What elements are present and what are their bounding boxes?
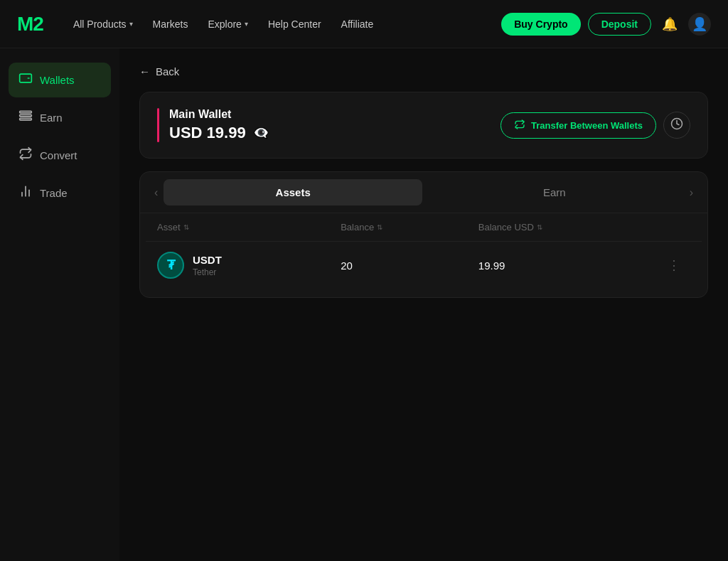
earn-icon: [18, 109, 33, 127]
asset-symbol: USDT: [193, 254, 222, 266]
tab-prev-button[interactable]: ‹: [149, 183, 164, 202]
svg-rect-1: [20, 111, 32, 113]
history-button[interactable]: [663, 112, 690, 139]
tab-assets[interactable]: Assets: [164, 179, 422, 205]
nav-markets[interactable]: Markets: [146, 14, 196, 34]
clock-icon: [670, 117, 683, 133]
svg-rect-2: [20, 114, 32, 117]
asset-logo-usdt: ₮: [157, 252, 184, 279]
svg-rect-3: [20, 118, 32, 120]
nav-all-products[interactable]: All Products ▾: [66, 14, 140, 34]
wallet-balance: USD 19.99 👁‍🗨: [169, 124, 269, 142]
sidebar-earn-label: Earn: [40, 112, 63, 124]
sidebar-item-earn[interactable]: Earn: [9, 100, 111, 135]
wallet-card: Main Wallet USD 19.99 👁‍🗨: [139, 92, 708, 159]
asset-info: ₮ USDT Tether: [157, 252, 222, 279]
wallet-accent-bar: [157, 108, 159, 142]
actions-cell: ⋮: [662, 255, 690, 276]
notification-icon[interactable]: 🔔: [658, 13, 681, 36]
sidebar-item-wallets[interactable]: Wallets: [9, 63, 111, 97]
user-icon[interactable]: 👤: [688, 13, 711, 36]
main-content: ← Back Main Wallet USD 19.99 👁‍🗨: [119, 48, 728, 561]
wallet-balance-value: USD 19.99: [169, 124, 246, 142]
balance-usd-value: 19.99: [478, 260, 505, 272]
back-label: Back: [156, 65, 179, 78]
transfer-button[interactable]: Transfer Between Wallets: [500, 112, 656, 139]
hide-balance-icon[interactable]: 👁‍🗨: [253, 125, 269, 141]
col-header-balance: Balance ⇅: [341, 222, 478, 233]
tab-earn[interactable]: Earn: [425, 179, 684, 205]
app-layout: Wallets Earn Convert: [0, 48, 728, 561]
assets-table: Asset ⇅ Balance ⇅ Balance USD ⇅: [140, 213, 707, 297]
sort-balance-usd-icon[interactable]: ⇅: [537, 223, 542, 231]
nav-explore[interactable]: Explore ▾: [200, 14, 255, 34]
tabs-header: ‹ Assets Earn ›: [140, 172, 707, 213]
table-row: ₮ USDT Tether 20 19.99: [146, 242, 702, 289]
arrow-left-icon: ←: [139, 65, 150, 78]
table-header: Asset ⇅ Balance ⇅ Balance USD ⇅: [146, 213, 702, 242]
convert-icon: [18, 146, 33, 164]
asset-full-name: Tether: [193, 267, 222, 277]
sidebar-trade-label: Trade: [40, 187, 68, 199]
usdt-logo-symbol: ₮: [167, 257, 175, 273]
balance-usd-cell: 19.99: [478, 260, 662, 272]
wallet-icon: [18, 71, 33, 89]
header-actions: Buy Crypto Deposit 🔔 👤: [501, 13, 711, 36]
row-more-button[interactable]: ⋮: [662, 255, 686, 276]
tabs-list: Assets Earn: [164, 179, 683, 205]
wallet-info-section: Main Wallet USD 19.99 👁‍🗨: [157, 108, 269, 142]
wallet-title: Main Wallet: [169, 108, 269, 121]
chevron-down-icon: ▾: [245, 20, 248, 28]
wallet-details: Main Wallet USD 19.99 👁‍🗨: [169, 108, 269, 142]
transfer-label: Transfer Between Wallets: [531, 120, 643, 131]
sidebar: Wallets Earn Convert: [0, 48, 119, 561]
back-button[interactable]: ← Back: [139, 65, 708, 78]
trade-icon: [18, 184, 33, 202]
asset-name-group: USDT Tether: [193, 254, 222, 277]
nav-affiliate[interactable]: Affiliate: [334, 14, 381, 34]
sidebar-item-convert[interactable]: Convert: [9, 138, 111, 173]
balance-cell: 20: [341, 260, 478, 272]
tabs-card: ‹ Assets Earn › Asset ⇅ Balance ⇅: [139, 171, 708, 298]
balance-value: 20: [341, 260, 353, 272]
main-nav: All Products ▾ Markets Explore ▾ Help Ce…: [66, 14, 478, 34]
buy-crypto-button[interactable]: Buy Crypto: [501, 13, 580, 36]
col-header-balance-usd: Balance USD ⇅: [478, 222, 662, 233]
sidebar-item-trade[interactable]: Trade: [9, 176, 111, 210]
sidebar-convert-label: Convert: [40, 149, 77, 161]
deposit-button[interactable]: Deposit: [588, 13, 651, 36]
wallet-actions: Transfer Between Wallets: [500, 112, 690, 139]
col-header-asset: Asset ⇅: [157, 222, 341, 233]
tab-next-button[interactable]: ›: [684, 183, 699, 202]
chevron-down-icon: ▾: [129, 20, 133, 28]
transfer-icon: [514, 119, 525, 132]
asset-cell: ₮ USDT Tether: [157, 252, 341, 279]
nav-help-center[interactable]: Help Center: [261, 14, 328, 34]
header: M2 All Products ▾ Markets Explore ▾ Help…: [0, 0, 728, 48]
svg-rect-0: [20, 74, 32, 82]
sort-balance-icon[interactable]: ⇅: [377, 223, 382, 231]
col-header-actions: [662, 222, 690, 233]
sort-asset-icon[interactable]: ⇅: [183, 223, 189, 231]
sidebar-wallets-label: Wallets: [40, 74, 75, 86]
logo: M2: [17, 13, 43, 36]
